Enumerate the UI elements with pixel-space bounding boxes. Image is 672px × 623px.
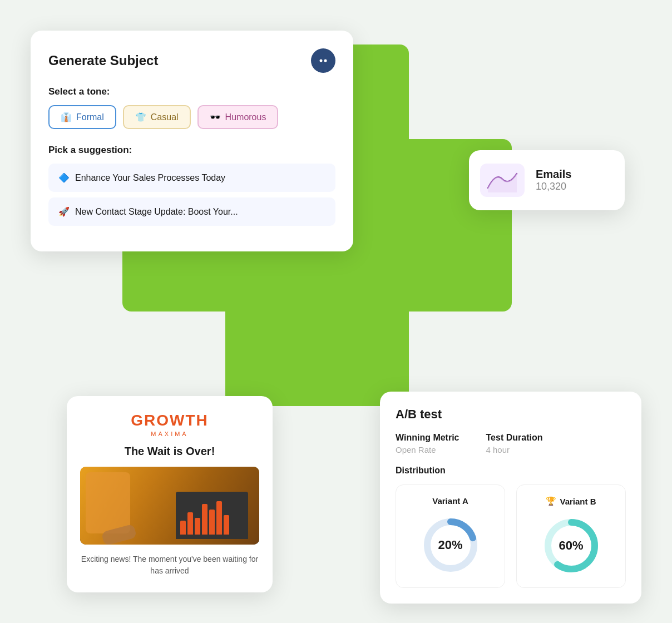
growth-maxima-card: GROWTH MAXIMA The Wait is Over! Exciting… [67,396,273,592]
growth-logo-main: GROWTH [80,412,259,429]
suggestion-text-2: New Contact Stage Update: Boost Your... [75,207,238,217]
generate-subject-title: Generate Subject [48,53,158,68]
tone-casual-button[interactable]: 👕 Casual [123,105,191,129]
ai-icon [311,48,335,73]
variant-a-percent: 20% [438,538,462,552]
growth-headline: The Wait is Over! [80,445,259,458]
suggestion-text-1: Enhance Your Sales Processes Today [75,173,225,183]
variant-b-label: 🏆 Variant B [526,496,616,506]
suggestion-item-2[interactable]: 🚀 New Contact Stage Update: Boost Your..… [48,197,335,226]
svg-point-1 [324,60,327,62]
test-duration: Test Duration 4 hour [486,433,543,454]
growth-logo-sub: MAXIMA [80,431,259,437]
svg-point-0 [320,60,323,62]
variant-b-percent: 60% [559,538,583,553]
emails-info: Emails 10,320 [536,168,571,192]
variant-a-donut: 20% [420,515,481,576]
ab-metrics: Winning Metric Open Rate Test Duration 4… [396,433,626,454]
distribution-label: Distribution [396,466,626,476]
ab-test-title: A/B test [396,407,626,422]
variant-b-box: 🏆 Variant B 60% [516,484,626,588]
suggestion-item-1[interactable]: 🔷 Enhance Your Sales Processes Today [48,164,335,192]
suggestion-label: Pick a suggestion: [48,145,335,156]
tone-humorous-button[interactable]: 🕶️ Humorous [197,105,279,129]
generate-subject-card: Generate Subject Select a tone: 👔 Formal… [31,31,353,251]
tone-buttons: 👔 Formal 👕 Casual 🕶️ Humorous [48,105,335,129]
growth-description: Exciting news! The moment you've been wa… [80,553,259,577]
growth-image [80,467,259,545]
variant-b-donut: 60% [541,515,602,576]
winning-metric: Winning Metric Open Rate [396,433,459,454]
emails-card: Emails 10,320 [469,150,625,210]
test-duration-value: 4 hour [486,445,543,454]
suggestion-icon-1: 🔷 [58,172,70,183]
variant-a-label: Variant A [405,496,496,506]
scene: Generate Subject Select a tone: 👔 Formal… [0,0,672,623]
test-duration-label: Test Duration [486,433,543,443]
variant-a-box: Variant A 20% [396,484,505,588]
suggestion-icon-2: 🚀 [58,206,70,217]
emails-count: 10,320 [536,181,571,192]
winning-metric-label: Winning Metric [396,433,459,443]
trophy-icon: 🏆 [546,496,556,506]
winning-metric-value: Open Rate [396,445,459,454]
emails-title: Emails [536,168,571,181]
ab-variants: Variant A 20% 🏆 Variant B [396,484,626,588]
emails-chart [480,164,525,197]
tone-formal-button[interactable]: 👔 Formal [48,105,116,129]
ab-test-card: A/B test Winning Metric Open Rate Test D… [380,392,641,604]
tone-label: Select a tone: [48,86,335,97]
